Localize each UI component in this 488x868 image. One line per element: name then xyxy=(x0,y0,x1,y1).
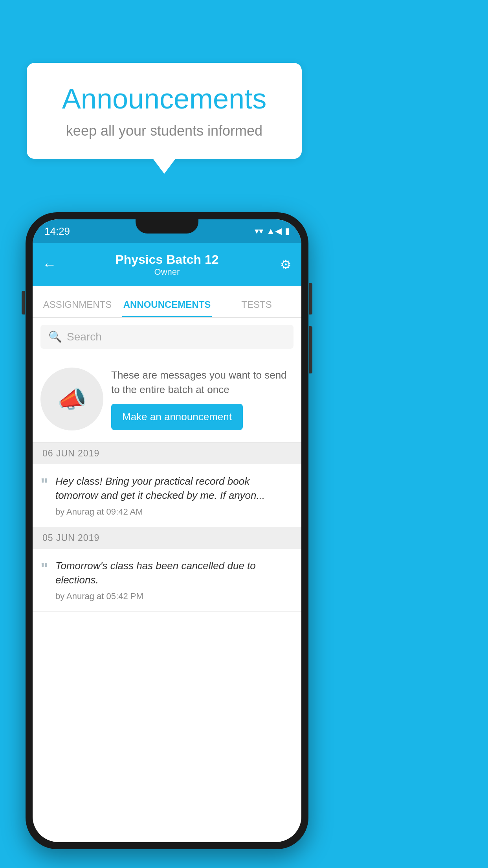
tab-announcements[interactable]: ANNOUNCEMENTS xyxy=(122,299,212,317)
tab-tests[interactable]: TESTS xyxy=(212,299,301,317)
announcement-content-1: Hey class! Bring your practical record b… xyxy=(55,474,294,517)
gear-icon[interactable]: ⚙ xyxy=(280,257,292,272)
promo-section: 📣 These are messages you want to send to… xyxy=(33,356,301,443)
battery-icon: ▮ xyxy=(285,226,290,236)
phone-container: 14:29 ▾▾ ▲◀ ▮ ← Physics Batch 12 Owner ⚙… xyxy=(26,212,308,849)
megaphone-icon: 📣 xyxy=(57,385,87,413)
phone-side-button-right-bottom xyxy=(309,326,312,373)
header-title: Physics Batch 12 xyxy=(115,252,218,267)
speech-bubble-title: Announcements xyxy=(42,83,286,115)
promo-content: These are messages you want to send to t… xyxy=(111,368,294,430)
signal-icon: ▲◀ xyxy=(266,226,282,236)
speech-bubble: Announcements keep all your students inf… xyxy=(27,63,302,159)
announcement-text-1: Hey class! Bring your practical record b… xyxy=(55,474,294,503)
app-header: ← Physics Batch 12 Owner ⚙ xyxy=(33,243,301,286)
header-subtitle: Owner xyxy=(115,267,218,277)
announcement-item-1: " Hey class! Bring your practical record… xyxy=(33,464,301,527)
quote-icon-2: " xyxy=(40,561,48,577)
header-center: Physics Batch 12 Owner xyxy=(115,252,218,277)
tab-assignments[interactable]: ASSIGNMENTS xyxy=(33,299,122,317)
date-divider-2: 05 JUN 2019 xyxy=(33,527,301,549)
tabs-container: ASSIGNMENTS ANNOUNCEMENTS TESTS xyxy=(33,286,301,318)
make-announcement-button[interactable]: Make an announcement xyxy=(111,404,243,430)
speech-bubble-subtitle: keep all your students informed xyxy=(42,123,286,139)
back-button[interactable]: ← xyxy=(42,256,57,273)
search-bar[interactable]: 🔍 Search xyxy=(40,325,294,349)
announcement-meta-2: by Anurag at 05:42 PM xyxy=(55,591,294,601)
announcement-meta-1: by Anurag at 09:42 AM xyxy=(55,507,294,517)
announcement-item-2: " Tomorrow's class has been cancelled du… xyxy=(33,549,301,612)
phone-screen: 14:29 ▾▾ ▲◀ ▮ ← Physics Batch 12 Owner ⚙… xyxy=(33,219,301,842)
phone-notch xyxy=(136,219,198,234)
speech-bubble-section: Announcements keep all your students inf… xyxy=(27,63,302,159)
phone-frame: 14:29 ▾▾ ▲◀ ▮ ← Physics Batch 12 Owner ⚙… xyxy=(26,212,308,849)
wifi-icon: ▾▾ xyxy=(255,226,263,236)
search-icon: 🔍 xyxy=(48,330,62,343)
phone-side-button-right-top xyxy=(309,283,312,314)
search-placeholder: Search xyxy=(67,331,102,343)
announcement-content-2: Tomorrow's class has been cancelled due … xyxy=(55,559,294,601)
announcement-text-2: Tomorrow's class has been cancelled due … xyxy=(55,559,294,587)
quote-icon-1: " xyxy=(40,476,48,493)
search-container: 🔍 Search xyxy=(33,318,301,356)
announcement-icon-circle: 📣 xyxy=(40,368,103,430)
promo-description: These are messages you want to send to t… xyxy=(111,368,294,397)
status-time: 14:29 xyxy=(44,225,70,237)
phone-side-button-left xyxy=(22,291,25,314)
status-icons: ▾▾ ▲◀ ▮ xyxy=(255,226,290,236)
date-divider-1: 06 JUN 2019 xyxy=(33,443,301,464)
